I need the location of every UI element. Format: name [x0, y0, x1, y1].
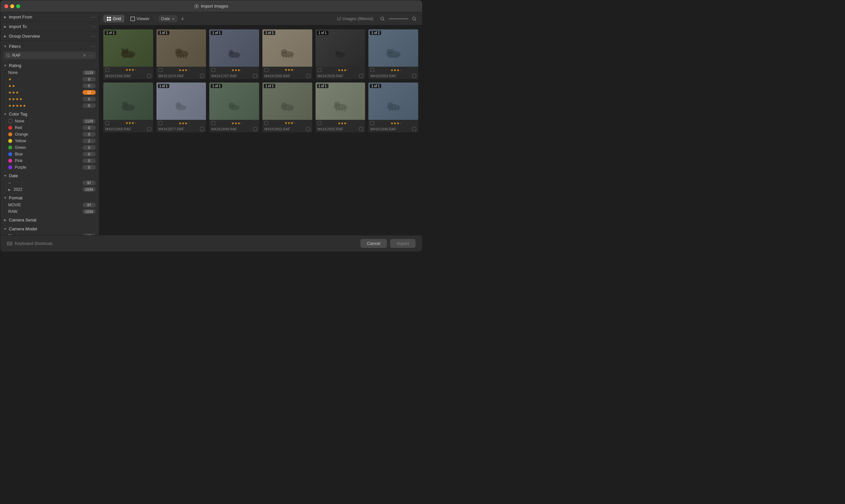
sidebar-item-import-to[interactable]: ▶ Import To ···: [0, 22, 99, 31]
color-tag-section-header[interactable]: ▼ Color Tag: [0, 109, 99, 118]
import-checkbox-6[interactable]: [412, 74, 416, 78]
maximize-button[interactable]: [16, 4, 20, 8]
image-checkbox-6[interactable]: [370, 68, 374, 72]
search-input[interactable]: [12, 53, 81, 58]
import-checkbox-9[interactable]: [253, 127, 257, 131]
zoom-slider[interactable]: [389, 18, 408, 19]
close-button[interactable]: [4, 4, 8, 8]
date-unknown-row[interactable]: -- 97: [0, 180, 99, 186]
image-name-2: M41K1674.RAF: [158, 74, 184, 78]
svg-rect-74: [7, 242, 12, 245]
image-cell-8[interactable]: 1 of 1★★★··M41K2077.RAF: [157, 83, 206, 132]
group-overview-menu-icon[interactable]: ···: [91, 33, 96, 39]
import-checkbox-1[interactable]: [147, 74, 151, 78]
sidebar-item-group-overview[interactable]: ▶ Group Overview ···: [0, 31, 99, 41]
image-name-3: M41K1707.RAF: [211, 74, 237, 78]
import-checkbox-2[interactable]: [200, 74, 204, 78]
image-checkbox-1[interactable]: [105, 68, 109, 72]
color-none-row[interactable]: None 1129: [0, 118, 99, 124]
image-cell-5[interactable]: 1 of 1★★★··M41K2029.RAF: [316, 29, 365, 79]
camera-model-section-header[interactable]: ▼ Camera Model: [0, 224, 99, 233]
image-thumbnail-3: 1 of 1: [209, 29, 259, 67]
color-blue-row[interactable]: Blue 0: [0, 151, 99, 158]
format-section-header[interactable]: ▼ Format: [0, 193, 99, 202]
color-orange-row[interactable]: Orange 0: [0, 131, 99, 138]
date-2022-chevron-icon[interactable]: ▶: [8, 188, 11, 192]
image-cell-12[interactable]: 1 of 1★★★··M41K2946.RAF: [368, 83, 418, 132]
sidebar-item-import-from[interactable]: ▶ Import From ···: [0, 12, 99, 22]
filters-section-header[interactable]: ▼ Filters ···: [0, 41, 99, 50]
svg-rect-71: [392, 108, 393, 111]
image-cell-2[interactable]: 1 of 1★★★··M41K1674.RAF: [157, 29, 206, 79]
sort-direction-icon[interactable]: [180, 17, 185, 21]
grid-view-button[interactable]: Grid: [103, 15, 124, 22]
image-cell-6[interactable]: 1 of 2★★★··M41K2059.RAF: [368, 29, 418, 79]
search-clear-icon[interactable]: ✕: [83, 53, 86, 58]
color-green-row[interactable]: Green 0: [0, 144, 99, 151]
search-icon: [6, 53, 10, 57]
date-2022-row[interactable]: ▶ 2022 1034: [0, 186, 99, 193]
color-purple-row[interactable]: Purple 0: [0, 164, 99, 170]
import-to-menu-icon[interactable]: ···: [91, 24, 96, 29]
filters-menu-icon[interactable]: ···: [91, 43, 96, 49]
image-checkbox-3[interactable]: [211, 68, 215, 72]
color-pink-row[interactable]: Pink 0: [0, 158, 99, 164]
image-checkbox-5[interactable]: [318, 68, 322, 72]
rating-1star-row[interactable]: ★ 0: [0, 76, 99, 83]
import-checkbox-12[interactable]: [412, 127, 416, 131]
image-checkbox-2[interactable]: [158, 68, 162, 72]
format-raw-row[interactable]: RAW 1034: [0, 208, 99, 215]
svg-point-3: [6, 54, 9, 56]
color-red-row[interactable]: Red 0: [0, 124, 99, 131]
image-cell-9[interactable]: 1 of 1★★★··M41K2848.RAF: [209, 83, 259, 132]
import-button[interactable]: Import: [390, 239, 416, 248]
svg-rect-34: [283, 55, 284, 58]
viewer-view-button[interactable]: Viewer: [127, 15, 153, 22]
chevron-right-icon-2: ▶: [4, 25, 7, 28]
image-cell-4[interactable]: 1 of 1★★★··M41K1996.RAF: [263, 29, 312, 79]
image-checkbox-4[interactable]: [264, 68, 268, 72]
camera-serial-section-header[interactable]: ▶ Camera Serial: [0, 215, 99, 224]
search-button[interactable]: [379, 15, 386, 23]
svg-rect-45: [397, 55, 398, 58]
image-cell-11[interactable]: 1 of 1★★★··M41K2920.RAF: [316, 83, 365, 132]
svg-rect-6: [109, 17, 111, 18]
import-checkbox-8[interactable]: [200, 127, 204, 131]
date-section-header[interactable]: ▼ Date: [0, 170, 99, 180]
rating-none-row[interactable]: None 1119: [0, 69, 99, 76]
import-checkbox-4[interactable]: [306, 74, 310, 78]
image-cell-7[interactable]: ★★★··M41K2069.RAF: [103, 83, 153, 132]
rating-4star-row[interactable]: ★★★★ 0: [0, 96, 99, 102]
search-bar[interactable]: ✕ ···: [4, 52, 96, 59]
keyboard-shortcuts-button[interactable]: Keyboard Shortcuts: [7, 241, 53, 246]
rating-3star-row[interactable]: ★★★ 12: [0, 89, 99, 96]
image-checkbox-10[interactable]: [264, 121, 268, 125]
rating-section-header[interactable]: ▼ Rating: [0, 60, 99, 69]
image-checkbox-8[interactable]: [158, 121, 162, 125]
import-checkbox-7[interactable]: [147, 127, 151, 131]
color-yellow-row[interactable]: Yellow 2: [0, 138, 99, 144]
import-from-menu-icon[interactable]: ···: [91, 14, 96, 19]
camera-movie-row[interactable]: Movie 97: [0, 233, 99, 235]
minimize-button[interactable]: [10, 4, 14, 8]
import-checkbox-11[interactable]: [359, 127, 363, 131]
search-menu-icon[interactable]: ···: [89, 53, 93, 58]
color-none-checkbox[interactable]: [8, 119, 12, 123]
image-checkbox-12[interactable]: [370, 121, 374, 125]
rating-5star-row[interactable]: ★★★★★ 0: [0, 102, 99, 109]
image-cell-1[interactable]: 1 of 1★★★··M41K1666.RAF: [103, 29, 153, 79]
image-checkbox-9[interactable]: [211, 121, 215, 125]
import-checkbox-10[interactable]: [306, 127, 310, 131]
import-checkbox-5[interactable]: [359, 74, 363, 78]
image-cell-10[interactable]: 1 of 1★★★··M41K2902.RAF: [263, 83, 312, 132]
image-checkbox-11[interactable]: [318, 121, 322, 125]
cancel-button[interactable]: Cancel: [360, 239, 387, 248]
rating-2star-row[interactable]: ★★ 0: [0, 83, 99, 89]
image-cell-3[interactable]: 1 of 1★★★··M41K1707.RAF: [209, 29, 259, 79]
sort-selector[interactable]: Date: [158, 15, 177, 22]
format-movie-row[interactable]: MOVIE 97: [0, 202, 99, 208]
import-checkbox-3[interactable]: [253, 74, 257, 78]
search-button-2[interactable]: [410, 15, 418, 23]
image-checkbox-7[interactable]: [105, 121, 109, 125]
rating-2star-count: 0: [83, 84, 96, 88]
